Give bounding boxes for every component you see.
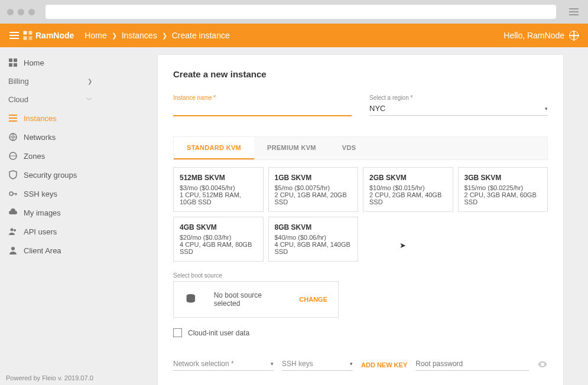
eye-icon[interactable] <box>537 359 548 370</box>
sidebar-item-cloud[interactable]: Cloud ﹀ <box>0 90 100 109</box>
instance-name-field[interactable]: Instance name * <box>173 96 352 116</box>
caret-down-icon: ▾ <box>545 106 548 112</box>
maximize-window-icon[interactable] <box>28 9 35 15</box>
boot-source-label: Select boot source <box>173 272 548 279</box>
breadcrumb-create-instance[interactable]: Create instance <box>172 31 230 40</box>
sidebar-label: SSH keys <box>24 190 57 198</box>
sidebar-label: Networks <box>24 133 56 142</box>
caret-down-icon: ▾ <box>271 361 274 367</box>
brand-logo[interactable]: RamNode <box>22 30 74 41</box>
tab-vds[interactable]: VDS <box>329 137 369 159</box>
sidebar-item-ssh-keys[interactable]: SSH keys <box>0 184 100 203</box>
network-label: Network selection * <box>173 360 234 368</box>
sidebar-toggle-icon[interactable] <box>9 32 19 39</box>
boot-source-text: No boot source selected <box>214 291 283 308</box>
sidebar-item-my-images[interactable]: My images <box>0 203 100 222</box>
change-boot-source-button[interactable]: CHANGE <box>299 296 327 303</box>
breadcrumb: Home ❯ Instances ❯ Create instance <box>85 31 229 40</box>
plan-price: $5/mo ($0.0075/hr) <box>275 184 352 191</box>
plan-name: 512MB SKVM <box>180 174 257 182</box>
sidebar: Home Billing ❯ Cloud ﹀ Instances Network… <box>0 47 100 385</box>
plan-tabs: STANDARD KVM PREMIUM KVM VDS <box>173 136 548 160</box>
plan-price: $40/mo ($0.06/hr) <box>275 234 352 241</box>
minimize-window-icon[interactable] <box>18 9 24 15</box>
plan-price: $15/mo ($0.0225/hr) <box>464 184 542 191</box>
card-title: Create a new instance <box>173 69 548 79</box>
network-select[interactable]: Network selection * ▾ <box>173 351 274 371</box>
plan-512mb[interactable]: 512MB SKVM $3/mo ($0.0045/hr) 1 CPU, 512… <box>173 167 264 212</box>
plan-name: 3GB SKVM <box>464 174 542 182</box>
browser-menu-icon[interactable] <box>567 5 581 19</box>
svg-rect-0 <box>24 31 27 35</box>
add-new-key-button[interactable]: ADD NEW KEY <box>361 361 407 371</box>
sidebar-label: Zones <box>24 152 45 161</box>
chevron-right-icon: ❯ <box>87 78 92 84</box>
sidebar-item-client-area[interactable]: Client Area <box>0 241 100 260</box>
svg-rect-2 <box>24 37 27 40</box>
plan-name: 4GB SKVM <box>180 223 257 231</box>
cloud-init-row[interactable]: Cloud-init user data <box>173 328 548 337</box>
plan-grid: 512MB SKVM $3/mo ($0.0045/hr) 1 CPU, 512… <box>173 167 548 262</box>
network-selection-field[interactable]: Network selection * ▾ <box>173 351 274 371</box>
sidebar-item-networks[interactable]: Networks <box>0 128 100 146</box>
chevron-down-icon: ﹀ <box>86 96 92 104</box>
sidebar-label: Home <box>24 58 44 67</box>
logo-mark-icon <box>22 30 33 41</box>
ssh-label: SSH keys <box>282 360 313 368</box>
plan-2gb[interactable]: 2GB SKVM $10/mo ($0.015/hr) 2 CPU, 2GB R… <box>363 167 453 212</box>
sidebar-item-api-users[interactable]: API users <box>0 222 100 241</box>
chevron-right-icon: ❯ <box>162 32 167 40</box>
tab-premium-kvm[interactable]: PREMIUM KVM <box>254 137 329 159</box>
plan-spec: 4 CPU, 4GB RAM, 80GB SSD <box>180 241 257 255</box>
sidebar-label: Instances <box>24 114 57 123</box>
plan-3gb[interactable]: 3GB SKVM $15/mo ($0.0225/hr) 2 CPU, 3GB … <box>458 167 548 212</box>
users-icon <box>8 227 18 236</box>
plan-8gb[interactable]: 8GB SKVM $40/mo ($0.06/hr) 4 CPU, 8GB RA… <box>268 217 359 262</box>
svg-rect-10 <box>9 120 17 122</box>
globe-icon <box>569 31 579 40</box>
sidebar-item-home[interactable]: Home <box>0 53 100 72</box>
sidebar-label: Client Area <box>24 246 61 255</box>
cloud-init-checkbox[interactable] <box>173 328 182 337</box>
tab-standard-kvm[interactable]: STANDARD KVM <box>174 137 254 159</box>
svg-rect-5 <box>14 58 17 62</box>
database-icon <box>184 292 197 306</box>
svg-rect-4 <box>9 58 12 62</box>
caret-down-icon: ▾ <box>350 361 353 367</box>
plan-spec: 1 CPU, 512MB RAM, 10GB SSD <box>180 191 257 205</box>
svg-point-16 <box>11 247 15 250</box>
plan-price: $20/mo ($0.03/hr) <box>180 234 257 241</box>
svg-rect-3 <box>29 37 33 40</box>
close-window-icon[interactable] <box>7 9 14 15</box>
browser-chrome <box>0 0 588 24</box>
sidebar-item-billing[interactable]: Billing ❯ <box>0 72 100 90</box>
svg-point-13 <box>9 192 13 195</box>
plan-1gb[interactable]: 1GB SKVM $5/mo ($0.0075/hr) 2 CPU, 1GB R… <box>268 167 359 212</box>
plan-name: 1GB SKVM <box>275 174 352 182</box>
breadcrumb-instances[interactable]: Instances <box>122 31 157 40</box>
main-content: Create a new instance Instance name * Se… <box>100 47 588 385</box>
sidebar-label: My images <box>24 208 61 217</box>
breadcrumb-home[interactable]: Home <box>85 31 106 40</box>
region-field[interactable]: Select a region * NYC ▾ <box>369 96 548 116</box>
url-bar[interactable] <box>46 5 556 19</box>
plan-spec: 2 CPU, 2GB RAM, 40GB SSD <box>369 191 447 205</box>
brand-name: RamNode <box>35 31 74 40</box>
root-password-input[interactable] <box>415 351 529 371</box>
sidebar-item-security-groups[interactable]: Security groups <box>0 165 100 184</box>
ssh-keys-field[interactable]: SSH keys ▾ <box>282 351 353 371</box>
footer-text: Powered by Fleio v. 2019.07.0 <box>6 374 93 381</box>
sidebar-label: Billing <box>8 77 29 86</box>
ssh-select[interactable]: SSH keys ▾ <box>282 351 353 371</box>
root-password-field[interactable] <box>415 351 529 371</box>
plan-name: 2GB SKVM <box>369 174 447 182</box>
plan-4gb[interactable]: 4GB SKVM $20/mo ($0.03/hr) 4 CPU, 4GB RA… <box>173 217 264 262</box>
app-header: RamNode Home ❯ Instances ❯ Create instan… <box>0 24 588 47</box>
sidebar-item-zones[interactable]: Zones <box>0 146 100 165</box>
plan-name: 8GB SKVM <box>275 223 352 231</box>
user-icon <box>8 246 18 255</box>
svg-rect-8 <box>9 115 17 116</box>
svg-rect-7 <box>14 63 17 67</box>
sidebar-item-instances[interactable]: Instances <box>0 109 100 128</box>
user-greeting[interactable]: Hello, RamNode <box>503 31 579 40</box>
